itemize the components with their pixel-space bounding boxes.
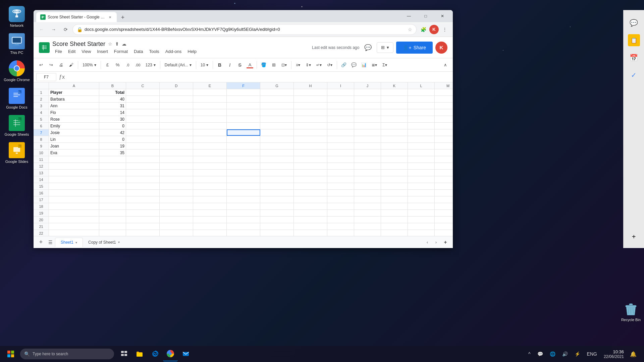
spreadsheet-cell[interactable] <box>227 183 260 189</box>
spreadsheet-cell[interactable] <box>294 109 327 116</box>
spreadsheet-cell[interactable] <box>260 196 294 203</box>
row-number[interactable]: 8 <box>34 136 49 142</box>
spreadsheet-cell[interactable] <box>294 103 327 109</box>
spreadsheet-cell[interactable]: 19 <box>99 143 126 149</box>
spreadsheet-cell[interactable] <box>408 96 435 102</box>
row-number[interactable]: 9 <box>34 143 49 149</box>
spreadsheet-cell[interactable] <box>126 149 160 156</box>
notifications-icon[interactable]: 💬 <box>535 350 546 358</box>
row-number[interactable]: 2 <box>34 96 49 102</box>
row-number[interactable]: 5 <box>34 116 49 122</box>
cell-reference-box[interactable]: F7 <box>36 73 56 81</box>
spreadsheet-cell[interactable] <box>435 170 453 176</box>
menu-edit[interactable]: Edit <box>65 48 78 55</box>
spreadsheet-cell[interactable] <box>408 223 435 230</box>
spreadsheet-cell[interactable] <box>435 96 453 102</box>
spreadsheet-cell[interactable] <box>160 96 193 102</box>
spreadsheet-cell[interactable] <box>227 210 260 216</box>
spreadsheet-cell[interactable] <box>193 143 227 149</box>
spreadsheet-cell[interactable] <box>227 116 260 122</box>
spreadsheet-cell[interactable] <box>260 143 294 149</box>
spreadsheet-cell[interactable] <box>193 156 227 163</box>
row-number[interactable]: 10 <box>34 149 49 156</box>
spreadsheet-cell[interactable] <box>408 156 435 163</box>
spreadsheet-cell[interactable] <box>381 170 408 176</box>
spreadsheet-cell[interactable] <box>381 116 408 122</box>
menu-tools[interactable]: Tools <box>146 48 162 55</box>
sheet-nav-next[interactable]: › <box>432 238 440 246</box>
sheet-nav-prev[interactable]: ‹ <box>423 238 431 246</box>
spreadsheet-cell[interactable] <box>193 223 227 230</box>
horizontal-align-button[interactable]: ≡▾ <box>293 60 303 70</box>
spreadsheet-cell[interactable] <box>227 190 260 196</box>
menu-file[interactable]: File <box>52 48 65 55</box>
spreadsheet-cell[interactable] <box>327 116 354 122</box>
spreadsheet-cell[interactable] <box>160 163 193 169</box>
spreadsheet-cell[interactable] <box>294 176 327 183</box>
spreadsheet-cell[interactable] <box>160 149 193 156</box>
spreadsheet-cell[interactable] <box>354 217 381 223</box>
sheet-tab-1[interactable]: Sheet1 ▾ <box>55 238 83 247</box>
battery-icon[interactable]: ⚡ <box>572 350 583 358</box>
spreadsheet-cell[interactable] <box>381 163 408 169</box>
share-button[interactable]: 👤+ Share <box>396 42 433 54</box>
spreadsheet-cell[interactable] <box>99 210 126 216</box>
formula-input[interactable] <box>67 73 450 81</box>
fill-color-button[interactable]: 🪣 <box>259 60 268 70</box>
spreadsheet-cell[interactable] <box>408 143 435 149</box>
spreadsheet-cell[interactable] <box>327 123 354 129</box>
spreadsheet-cell[interactable] <box>160 223 193 230</box>
spreadsheet-cell[interactable] <box>99 163 126 169</box>
col-header-f[interactable]: F <box>227 82 260 89</box>
spreadsheet-cell[interactable] <box>354 203 381 209</box>
spreadsheet-cell[interactable] <box>354 96 381 102</box>
font-family-dropdown[interactable]: Default (Ari... ▾ <box>162 60 194 70</box>
right-panel-tasks-icon[interactable]: ✓ <box>628 69 640 81</box>
spreadsheet-cell[interactable] <box>260 230 294 236</box>
spreadsheet-cell[interactable] <box>49 217 99 223</box>
spreadsheet-cell[interactable] <box>435 203 453 209</box>
spreadsheet-cell[interactable] <box>354 143 381 149</box>
spreadsheet-cell[interactable] <box>126 217 160 223</box>
active-tab[interactable]: Score Sheet Starter - Google She... ✕ <box>36 12 117 22</box>
zoom-dropdown[interactable]: 100% ▾ <box>80 60 99 70</box>
spreadsheet-cell[interactable]: 35 <box>99 149 126 156</box>
spreadsheet-cell[interactable] <box>227 163 260 169</box>
spreadsheet-cell[interactable] <box>99 196 126 203</box>
row-number[interactable]: 1 <box>34 89 49 96</box>
language-indicator[interactable]: ENG <box>584 350 600 358</box>
spreadsheet-cell[interactable] <box>381 203 408 209</box>
menu-help[interactable]: Help <box>185 48 199 55</box>
row-number[interactable]: 21 <box>34 223 49 230</box>
spreadsheet-cell[interactable] <box>294 230 327 236</box>
row-number[interactable]: 7 <box>34 129 49 136</box>
spreadsheet-cell[interactable] <box>49 203 99 209</box>
insert-link-button[interactable]: 🔗 <box>339 60 348 70</box>
spreadsheet-cell[interactable] <box>327 143 354 149</box>
spreadsheet-cell[interactable] <box>408 217 435 223</box>
col-header-e[interactable]: E <box>193 82 227 89</box>
spreadsheet-cell[interactable] <box>260 170 294 176</box>
spreadsheet-cell[interactable] <box>381 129 408 136</box>
maximize-button[interactable]: □ <box>418 11 433 21</box>
spreadsheet-cell[interactable] <box>126 129 160 136</box>
spreadsheet-cell[interactable] <box>294 203 327 209</box>
col-header-b[interactable]: B <box>99 82 126 89</box>
toolbar-collapse-button[interactable]: ∧ <box>441 60 450 70</box>
spreadsheet-cell[interactable]: 31 <box>99 103 126 109</box>
row-number[interactable]: 16 <box>34 190 49 196</box>
spreadsheet-cell[interactable] <box>354 116 381 122</box>
menu-insert[interactable]: Insert <box>94 48 111 55</box>
taskbar-edge[interactable] <box>148 347 162 361</box>
right-panel-sheets-icon[interactable]: 📋 <box>628 34 640 46</box>
start-button[interactable] <box>3 346 19 362</box>
spreadsheet-cell[interactable] <box>408 230 435 236</box>
spreadsheet-cell[interactable] <box>327 149 354 156</box>
minimize-button[interactable]: — <box>401 11 417 21</box>
bold-button[interactable]: B <box>215 60 224 70</box>
paint-format-button[interactable]: 🖌 <box>66 60 76 70</box>
taskbar-file-explorer[interactable] <box>132 347 147 361</box>
spreadsheet-cell[interactable] <box>260 136 294 142</box>
spreadsheet-cell[interactable]: Rose <box>49 116 99 122</box>
address-bar[interactable]: 🔒 docs.google.com/spreadsheets/d/1X44-BR… <box>72 24 417 35</box>
